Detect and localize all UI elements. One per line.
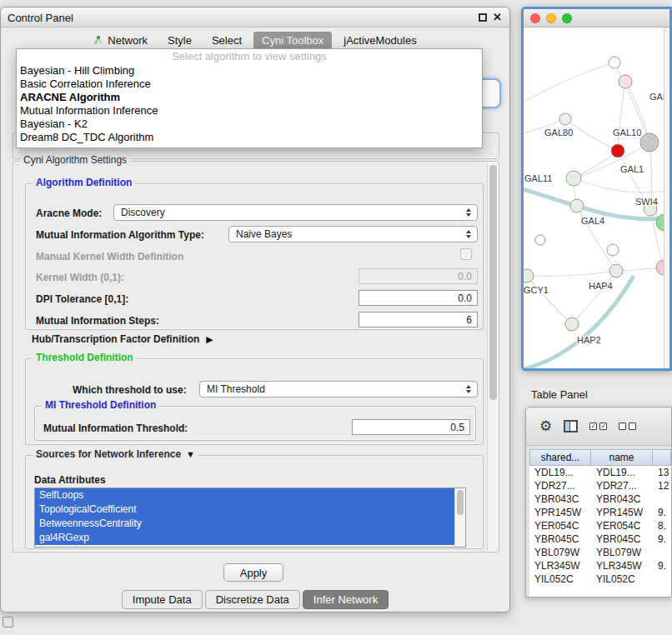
dropdown-item[interactable]: Mutual Information Inference [17,104,482,118]
hub-definition-expander[interactable]: Hub/Transcription Factor Definition ▶ [32,333,213,345]
table-toolbar: ⚙ ✓ ✓ [526,408,671,446]
network-canvas[interactable]: GAL80 GAL10 GAL GAL11 GAL1 SWI4 GAL4 GCY… [524,28,669,371]
tab-impute-data[interactable]: Impute Data [122,590,203,609]
column-header[interactable]: shared... [529,449,591,466]
threshold-definition-group: Threshold Definition Which threshold to … [25,358,484,445]
show-columns-icon[interactable] [564,420,578,432]
tab-label: Network [108,34,148,47]
network-node[interactable] [570,199,584,212]
aracne-mode-value: Discovery [121,207,165,218]
algorithm-definition-title: Algorithm Definition [33,177,135,188]
tab-label: Select [212,34,242,47]
table-row[interactable]: YLR345W YLR345W 9. [529,559,671,572]
network-node[interactable] [619,75,632,88]
control-panel-titlebar[interactable]: Control Panel ✕ [1,8,509,28]
network-node[interactable] [566,171,581,186]
node-label: GAL11 [524,173,552,183]
settings-group-title: Cyni Algorithm Settings [20,154,130,166]
network-node-selected[interactable] [611,144,624,158]
threshold-definition-title: Threshold Definition [33,352,137,363]
list-item[interactable]: TopologicalCoefficient [35,502,465,517]
tab-network[interactable]: Network [85,32,156,49]
tab-jactivemodules[interactable]: jActiveModules [335,32,424,49]
tab-discretize-data[interactable]: Discretize Data [205,590,300,609]
hub-definition-label: Hub/Transcription Factor Definition [32,333,199,345]
network-node[interactable] [609,57,620,68]
close-icon[interactable]: ✕ [493,11,502,23]
network-window-titlebar[interactable] [524,9,669,28]
tab-cyni-toolbox[interactable]: Cyni Toolbox [253,32,332,49]
column-header[interactable] [653,449,671,466]
table-panel-window: ⚙ ✓ ✓ shared... name YDL19... YDL19... 1… [525,407,672,598]
mi-algorithm-type-select[interactable]: Naive Bayes [228,226,478,242]
mi-threshold-group-title: MI Threshold Definition [42,399,159,411]
tab-select[interactable]: Select [203,32,250,49]
control-panel-window: Control Panel ✕ Network Style Select Cyn… [0,7,510,612]
dpi-tolerance-field[interactable]: 0.0 [359,290,478,306]
aracne-mode-select[interactable]: Discovery [113,204,478,221]
mi-steps-field[interactable]: 6 [359,312,478,328]
table-row[interactable]: YER054C YER054C 8. [529,519,671,532]
node-label: HAP4 [589,281,613,291]
network-tab-icon [93,35,103,45]
network-node[interactable] [524,269,534,282]
list-item[interactable]: gal4RGexp [35,531,465,545]
network-node[interactable] [565,318,579,331]
float-window-icon[interactable] [479,13,487,22]
table-row[interactable]: YDR27... YDR27... 12 [529,479,671,492]
node-label: GAL4 [581,216,604,226]
combo-stepper-icon [464,227,474,242]
which-threshold-select[interactable]: MI Threshold [199,381,478,398]
node-table: shared... name YDL19... YDL19... 13 YDR2… [529,449,671,597]
node-label: HAP2 [577,335,601,345]
bottom-tab-bar: Impute Data Discretize Data Infer Networ… [1,590,509,608]
window-title: Control Panel [8,12,73,24]
table-header: shared... name [529,449,671,466]
table-row[interactable]: YBR045C YBR045C 9. [529,532,671,546]
network-node[interactable] [609,264,623,278]
network-node[interactable] [607,244,619,256]
list-scrollbar-thumb[interactable] [457,490,464,515]
tab-label: jActiveModules [344,34,416,47]
dropdown-item-selected[interactable]: ARACNE Algorithm [17,91,482,104]
settings-scrollbar-thumb[interactable] [489,165,497,400]
manual-kernel-checkbox[interactable] [460,248,472,260]
sources-group-title[interactable]: Sources for Network Inference ▼ [33,448,198,460]
network-scrollbar[interactable] [664,28,669,368]
table-row[interactable]: YBR043C YBR043C [529,492,671,506]
gear-icon[interactable]: ⚙ [539,419,552,433]
network-node[interactable] [535,235,545,245]
dropdown-item[interactable]: Dream8 DC_TDC Algorithm [17,131,482,144]
select-all-icon[interactable]: ✓ ✓ [589,422,607,430]
collapsed-panel-icon[interactable] [3,617,13,628]
network-node[interactable] [640,133,659,152]
minimize-traffic-light[interactable] [546,13,556,23]
table-row[interactable]: YPR145W YPR145W 9. [529,506,671,519]
close-traffic-light[interactable] [530,13,540,23]
tab-infer-network[interactable]: Infer Network [303,590,389,609]
column-header[interactable]: name [591,449,653,466]
dropdown-item[interactable]: Basic Correlation Inference [17,78,482,91]
deselect-all-icon[interactable] [619,422,636,430]
mi-threshold-label: Mutual Information Threshold: [43,422,188,434]
list-scrollbar [454,488,465,547]
tab-label: Style [168,34,192,47]
network-node[interactable] [559,113,571,125]
which-threshold-label: Which threshold to use: [73,384,187,396]
mi-threshold-field[interactable]: 0.5 [352,419,470,435]
list-item[interactable]: BetweennessCentrality [35,517,465,531]
network-view-window: GAL80 GAL10 GAL GAL11 GAL1 SWI4 GAL4 GCY… [521,7,672,371]
apply-button[interactable]: Apply [223,563,283,582]
dropdown-item[interactable]: Bayesian - K2 [17,118,482,131]
table-row[interactable]: YIL052C YIL052C [529,572,671,586]
node-label: SWI4 [635,197,658,207]
zoom-traffic-light[interactable] [562,13,572,23]
table-panel-title: Table Panel [531,388,588,401]
list-item[interactable]: SelfLoops [35,488,465,502]
attribute-list: SelfLoops TopologicalCoefficient Between… [34,488,466,548]
algorithm-dropdown-popup: Select algorithm to view settings Bayesi… [16,48,483,148]
tab-style[interactable]: Style [159,32,200,49]
table-row[interactable]: YBL079W YBL079W [529,546,671,559]
dropdown-item[interactable]: Bayesian - Hill Climbing [17,64,482,78]
table-row[interactable]: YDL19... YDL19... 13 [529,466,671,479]
